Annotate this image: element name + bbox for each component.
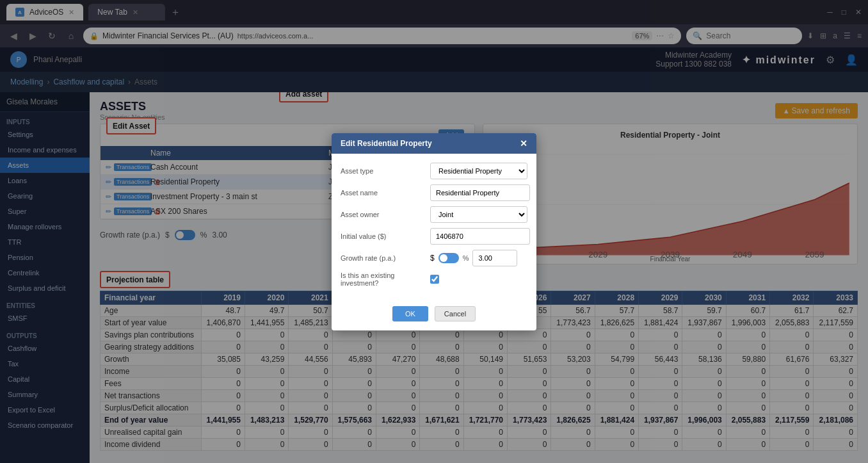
existing-investment-checkbox[interactable]: [430, 275, 439, 284]
growth-dollar-sign: $: [430, 254, 435, 263]
growth-rate-modal-input[interactable]: [472, 250, 517, 266]
asset-name-input[interactable]: [430, 184, 530, 201]
edit-residential-modal: Edit Residential Property ✕ Asset type R…: [332, 133, 536, 330]
growth-pct-sign: %: [463, 254, 469, 262]
initial-value-input[interactable]: [430, 228, 530, 245]
modal-cancel-button[interactable]: Cancel: [435, 306, 476, 321]
growth-rate-modal-toggle[interactable]: [438, 253, 459, 263]
modal-title: Edit Residential Property: [341, 139, 432, 148]
modal-close-button[interactable]: ✕: [520, 138, 527, 149]
form-row-existing-investment: Is this an existing investment?: [341, 272, 527, 287]
asset-owner-select[interactable]: Joint: [430, 206, 527, 223]
modal-header: Edit Residential Property ✕: [332, 133, 536, 154]
asset-name-label: Asset name: [341, 189, 430, 197]
form-row-initial-value: Initial value ($): [341, 228, 527, 245]
form-row-asset-name: Asset name: [341, 184, 527, 201]
modal-ok-button[interactable]: OK: [392, 306, 428, 321]
modal-footer: OK Cancel: [332, 301, 536, 330]
form-row-asset-type: Asset type Residential Property: [341, 163, 527, 179]
asset-type-label: Asset type: [341, 167, 430, 175]
form-row-asset-owner: Asset owner Joint: [341, 206, 527, 223]
existing-investment-label: Is this an existing investment?: [341, 272, 430, 287]
growth-rate-modal-label: Growth rate (p.a.): [341, 254, 430, 262]
asset-type-select[interactable]: Residential Property: [430, 163, 527, 179]
form-row-growth-rate: Growth rate (p.a.) $ %: [341, 250, 527, 266]
growth-rate-modal-row: $ %: [430, 250, 527, 266]
modal-overlay[interactable]: Edit Residential Property ✕ Asset type R…: [0, 0, 868, 463]
initial-value-label: Initial value ($): [341, 232, 430, 240]
asset-owner-label: Asset owner: [341, 211, 430, 218]
modal-body: Asset type Residential Property Asset na…: [332, 154, 536, 301]
